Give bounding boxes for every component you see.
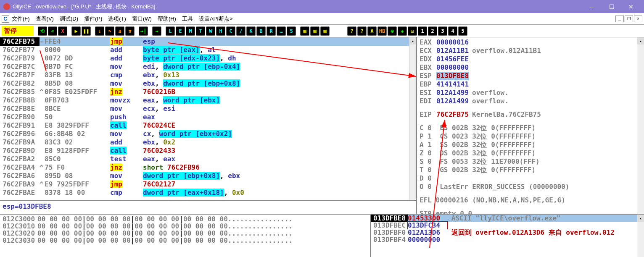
disasm-scrollbar[interactable]: ▴ (409, 37, 416, 200)
tb-grid1[interactable]: ▦ (300, 26, 309, 36)
disasm-row[interactable]: 76C2FB91E8 3829FDFFcall76C024CE (0, 121, 416, 130)
tb-2[interactable]: 2 (428, 26, 437, 36)
disasm-row[interactable]: 76C2FB9050pusheax (0, 113, 416, 121)
tb-step-into[interactable]: ↓ (95, 26, 104, 36)
tb-grid3[interactable]: ▦ (320, 26, 330, 36)
menu-options[interactable]: 选项(T) (108, 15, 126, 23)
tb-p5[interactable]: ⊕ (388, 26, 397, 36)
menu-api-bp[interactable]: 设置API断点> (199, 15, 233, 23)
tb-trace-into[interactable]: ⇊ (115, 26, 124, 36)
disasm-row[interactable]: 76C2FB85^0F85 E025FDFFjnz76C0216B (0, 88, 416, 96)
disasm-row[interactable]: 76C2FBA285C0testeax, eax (0, 155, 416, 163)
disasm-row[interactable]: 76C2FB9DE8 9128FDFFcall76C02433 (0, 147, 416, 155)
tb-l[interactable]: L (166, 26, 175, 36)
info-pane: esp=013DFBE8 (0, 200, 416, 214)
tb-close[interactable]: X (58, 26, 67, 36)
tb-1[interactable]: 1 (418, 26, 427, 36)
tb-slash[interactable]: / (236, 26, 245, 36)
menu-tools[interactable]: 工具 (182, 15, 193, 23)
tb-ellipsis[interactable]: … (277, 26, 286, 36)
disasm-row[interactable]: 76C2FB770000addbyte ptr [eax], al (0, 46, 416, 54)
tb-run[interactable]: ▶ (71, 26, 81, 36)
tb-5[interactable]: 5 (458, 26, 467, 36)
stack-row[interactable]: 013DFBEC013DFC34 (371, 222, 644, 229)
close-button[interactable]: ✕ (621, 0, 641, 13)
tb-pause[interactable]: ❚❚ (82, 26, 91, 36)
tb-restart[interactable]: ⟲ (38, 26, 47, 36)
titlebar: OllyICE - overflow.exe - [*G.P.U* - 主线程,… (0, 0, 644, 13)
tb-trace-over[interactable]: ⇈ (125, 26, 135, 36)
stack-row[interactable]: 013DFBE801453300 ASCII "llyICE\overflow.… (371, 215, 644, 222)
menubar: C 文件(F) 查看(V) 调试(D) 插件(P) 选项(T) 窗口(W) 帮助… (0, 13, 644, 25)
tb-p6[interactable]: ◈ (398, 26, 407, 36)
tb-t[interactable]: T (196, 26, 205, 36)
registers-pane[interactable]: EAX00000016ECX012A11B1overflow.012A11B1E… (416, 37, 644, 214)
dump-pane[interactable]: 012C300000 00 00 00|00 00 00 00|00 00 00… (0, 215, 370, 257)
app-menu-icon[interactable]: C (2, 15, 9, 23)
tb-exec-till[interactable]: →| (139, 26, 148, 36)
stack-row[interactable]: 013DFBF400000000 (371, 236, 644, 243)
tb-p3[interactable]: A (367, 26, 377, 36)
window-title: OllyICE - overflow.exe - [*G.P.U* - 主线程,… (13, 3, 583, 10)
tb-b[interactable]: B (256, 26, 266, 36)
disasm-row[interactable]: 76C2FB828B5D 08movebx, dword ptr [ebp+0x… (0, 79, 416, 88)
mdi-min-button[interactable]: _ (615, 16, 624, 22)
toolbar: 暂停 ⟲ « X ▶ ❚❚ ↓ ↷ ⇊ ⇈ →| → L E M T W H C… (0, 25, 644, 37)
minimize-button[interactable]: ─ (583, 0, 602, 13)
disasm-row[interactable]: 76C2FB8B0FB703movzxeax, word ptr [ebx] (0, 96, 416, 105)
tb-p4[interactable]: HB (377, 26, 387, 36)
menu-plugins[interactable]: 插件(P) (84, 15, 102, 23)
tb-4[interactable]: 4 (448, 26, 457, 36)
mdi-close-button[interactable]: × (634, 16, 642, 22)
debug-status: 暂停 (2, 26, 34, 36)
tb-grid2[interactable]: ▦ (310, 26, 319, 36)
mdi-restore-button[interactable]: ❐ (625, 16, 633, 22)
tb-step-over[interactable]: ↷ (105, 26, 114, 36)
stack-pane[interactable]: 013DFBE801453300 ASCII "llyICE\overflow.… (370, 215, 644, 257)
tb-p1[interactable]: ? (347, 26, 356, 36)
tb-w[interactable]: W (206, 26, 215, 36)
disasm-row[interactable]: 76C2FB75-FFE4jmpesp (0, 37, 416, 46)
tb-p2[interactable]: ? (357, 26, 367, 36)
disasm-row[interactable]: 76C2FB8E8BCEmovecx, esi (0, 105, 416, 113)
tb-r[interactable]: R (267, 26, 276, 36)
disasm-row[interactable]: 76C2FBA9^E9 7925FDFFjmp76C02127 (0, 180, 416, 189)
disasm-row[interactable]: 76C2FB7C8B7D FCmovedi, dword ptr [ebp-0x… (0, 63, 416, 71)
tb-h[interactable]: H (216, 26, 225, 36)
app-icon (3, 3, 10, 10)
disassembly-pane[interactable]: 76C2FB75-FFE4jmpesp76C2FB770000addbyte p… (0, 37, 416, 200)
tb-p7[interactable]: ⊡ (408, 26, 417, 36)
tb-back[interactable]: « (48, 26, 57, 36)
menu-window[interactable]: 窗口(W) (132, 15, 152, 23)
regs-scrollbar[interactable]: ▴ (637, 37, 644, 214)
tb-3[interactable]: 3 (438, 26, 447, 36)
tb-s[interactable]: S (287, 26, 296, 36)
menu-debug[interactable]: 调试(D) (60, 15, 78, 23)
disasm-row[interactable]: 76C2FB9A83C3 02addebx, 0x2 (0, 138, 416, 147)
tb-goto[interactable]: → (152, 26, 161, 36)
disasm-row[interactable]: 76C2FBA4^75 F0jnzshort 76C2FB96 (0, 163, 416, 172)
menu-help[interactable]: 帮助(H) (158, 15, 176, 23)
disasm-row[interactable]: 76C2FBAE8378 18 00cmpdword ptr [eax+0x18… (0, 189, 416, 197)
menu-file[interactable]: 文件(F) (12, 15, 30, 23)
disasm-row[interactable]: 76C2FB7F83FB 13cmpebx, 0x13 (0, 71, 416, 79)
stack-scrollbar[interactable]: ▴ (637, 215, 644, 257)
disasm-row[interactable]: 76C2FB790072 DDaddbyte ptr [edx-0x23], d… (0, 54, 416, 63)
disasm-row[interactable]: 76C2FB9666:8B4B 02movcx, word ptr [ebx+0… (0, 130, 416, 138)
tb-c[interactable]: C (226, 26, 235, 36)
stack-row[interactable]: 013DFBF0012A13D6 返回到 overflow.012A13D6 来… (371, 229, 644, 236)
tb-k[interactable]: K (246, 26, 256, 36)
tb-m[interactable]: M (186, 26, 195, 36)
menu-view[interactable]: 查看(V) (36, 15, 54, 23)
maximize-button[interactable]: ☐ (602, 0, 621, 13)
tb-e[interactable]: E (176, 26, 185, 36)
disasm-row[interactable]: 76C2FBA6895D 08movdword ptr [ebp+0x8], e… (0, 172, 416, 180)
